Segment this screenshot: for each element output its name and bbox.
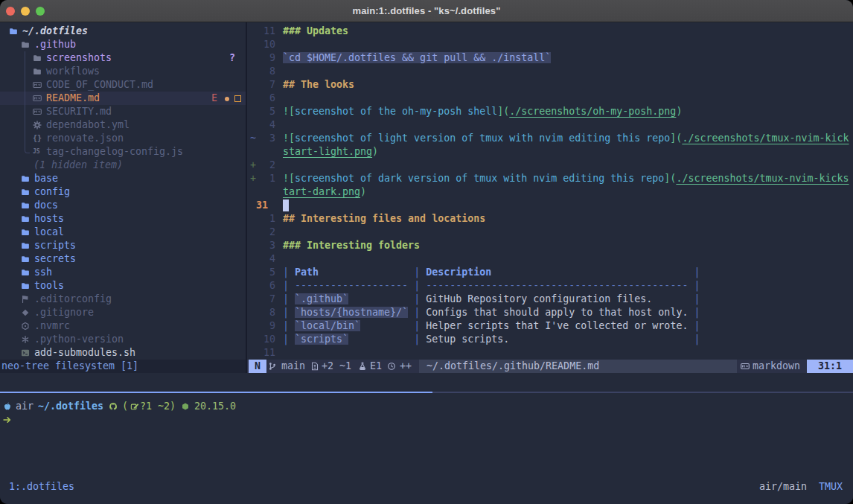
tree-item-label: secrets — [34, 252, 76, 266]
tree-item-label: .editorconfig — [34, 293, 112, 306]
editor-text: ### Interesting folders — [283, 239, 420, 252]
tree-item-label: ~/.dotfiles — [22, 25, 88, 38]
gear-icon — [33, 121, 42, 130]
flask-icon — [358, 362, 367, 371]
tree-item-tag-changelog[interactable]: JS tag-changelog-config.js — [0, 145, 246, 159]
line-number: 7 — [255, 293, 275, 306]
tree-item-screenshots[interactable]: screenshots ? — [0, 51, 246, 65]
tree-hidden-items-note: (1 hidden item) — [0, 159, 246, 172]
unstaged-square-icon — [234, 95, 241, 102]
text-segment: Configs that should apply to that host o… — [426, 307, 688, 318]
javascript-icon: JS — [33, 145, 40, 159]
text-segment: ## Interesting files and locations — [283, 213, 485, 224]
markdown-file-icon — [33, 94, 42, 103]
text-segment: Description — [426, 267, 491, 278]
tree-item-label: screenshots — [46, 51, 112, 65]
tree-item-secrets[interactable]: secrets — [0, 252, 246, 266]
tmux-session-label: air/main — [759, 481, 807, 492]
tree-item-local[interactable]: local — [0, 226, 246, 239]
folder-icon — [21, 188, 30, 197]
line-number: 11 — [255, 25, 275, 38]
text-segment: | — [688, 334, 700, 345]
text-segment: ]( — [664, 173, 676, 184]
editor-text: ![screenshot of light version of tmux wi… — [283, 132, 849, 145]
editor-text: | `scripts` | Setup scripts. | — [283, 333, 700, 346]
editorconfig-icon — [21, 295, 30, 304]
tree-item-label: dependabot.yml — [46, 118, 130, 132]
editor-line: 8 | `hosts/{hostname}/` | Configs that s… — [247, 306, 853, 319]
editor-line: 10 | `scripts` | Setup scripts. | — [247, 333, 853, 346]
text-segment: start-light.png — [283, 146, 372, 157]
tmux-pane-border-active[interactable] — [0, 392, 432, 393]
tree-item-tools[interactable]: tools — [0, 279, 246, 293]
editor-text: ### Updates — [283, 25, 348, 38]
titlebar[interactable]: main:1:.dotfiles - "ks~/.dotfiles" — [0, 0, 853, 22]
tree-item-label: .python-version — [34, 333, 124, 346]
file-path-segment: ~/.dotfiles/.github/README.md — [419, 360, 737, 373]
clock-icon — [387, 362, 396, 371]
shell-input-line[interactable] — [0, 413, 853, 427]
tmux-pane-border[interactable] — [432, 392, 853, 393]
text-segment: ------------------- — [295, 280, 408, 291]
tree-item-code-of-conduct[interactable]: CODE_OF_CONDUCT.md — [0, 78, 246, 92]
window-title: main:1:.dotfiles - "ks~/.dotfiles" — [353, 5, 501, 16]
tree-item-gitignore[interactable]: .gitignore — [0, 306, 246, 319]
tree-item-renovate[interactable]: {} renovate.json — [0, 132, 246, 145]
tree-item-label: workflows — [46, 65, 100, 78]
editor-line: + 1 ![screenshot of dark version of tmux… — [247, 172, 853, 185]
tree-item-label: config — [34, 185, 70, 199]
terminal-content: ~/.dotfiles .github screenshots ? workfl… — [0, 22, 853, 504]
tmux-window-item[interactable]: 1:.dotfiles — [9, 480, 74, 494]
editor-line: 5 | Path | Description | — [247, 266, 853, 279]
tree-item-ssh[interactable]: ssh — [0, 266, 246, 279]
tree-item-nvmrc[interactable]: .nvmrc — [0, 319, 246, 333]
tree-item-workflows[interactable]: workflows — [0, 65, 246, 78]
tree-item-dependabot[interactable]: dependabot.yml — [0, 118, 246, 132]
text-segment: `cd $HOME/.dotfiles && git pull && ./ins… — [283, 52, 551, 63]
tree-item-hosts[interactable]: hosts — [0, 212, 246, 226]
line-number: 8 — [255, 65, 275, 78]
editor-line: + 2 — [247, 159, 853, 172]
text-segment: ## The looks — [283, 79, 354, 90]
line-number: 6 — [255, 92, 275, 105]
tree-item-python-version[interactable]: .python-version — [0, 333, 246, 346]
line-number: 3 — [255, 132, 275, 145]
text-segment: Helper scripts that I've collected or wr… — [426, 320, 688, 331]
tree-item-editorconfig[interactable]: .editorconfig — [0, 293, 246, 306]
text-segment: | — [688, 320, 700, 331]
editor-text: ## Interesting files and locations — [283, 212, 485, 226]
tree-item-scripts[interactable]: scripts — [0, 239, 246, 252]
line-number: 4 — [255, 118, 275, 132]
close-button[interactable] — [6, 7, 15, 16]
text-segment: ]( — [670, 133, 682, 144]
tree-item-add-submodules[interactable]: add-submodules.sh — [0, 346, 246, 360]
text-segment: `local/bin` — [295, 320, 360, 331]
editor-pane[interactable]: 11 ### Updates 10 9 `cd $HOME/.dotfiles … — [247, 22, 853, 373]
minimize-button[interactable] — [21, 7, 30, 16]
tree-item-docs[interactable]: docs — [0, 199, 246, 212]
editor-cursor-line: 31 — [247, 199, 853, 212]
tree-item-config[interactable]: config — [0, 185, 246, 199]
tmux-right-status: air/mainTMUX — [759, 480, 843, 494]
editor-text: | `hosts/{hostname}/` | Configs that sho… — [283, 306, 700, 319]
neo-tree-sidebar: ~/.dotfiles .github screenshots ? workfl… — [0, 22, 246, 360]
text-segment: | — [408, 267, 426, 278]
git-branch-label: main — [281, 360, 305, 373]
editor-line: 8 — [247, 65, 853, 78]
tree-item-github[interactable]: .github — [0, 38, 246, 51]
editor-line: 1 ## Interesting files and locations — [247, 212, 853, 226]
text-segment: ![ — [283, 106, 295, 117]
tree-item-security[interactable]: SECURITY.md — [0, 105, 246, 118]
tree-item-base[interactable]: base — [0, 172, 246, 185]
zoom-button[interactable] — [36, 7, 45, 16]
text-segment: | — [688, 307, 700, 318]
tree-item-readme-selected[interactable]: README.md E — [0, 92, 246, 105]
editor-text: tart-dark.png) — [283, 185, 366, 199]
shell-prompt-line[interactable]: air ~/.dotfiles ( ?1 ~2) 20.15.0 — [0, 400, 853, 413]
line-number: 2 — [255, 159, 275, 172]
terminal-window: main:1:.dotfiles - "ks~/.dotfiles" ~/.do… — [0, 0, 853, 504]
tree-item-root[interactable]: ~/.dotfiles — [0, 25, 246, 38]
tree-item-label: local — [34, 226, 64, 239]
text-segment: | — [408, 334, 426, 345]
text-segment — [348, 293, 408, 304]
